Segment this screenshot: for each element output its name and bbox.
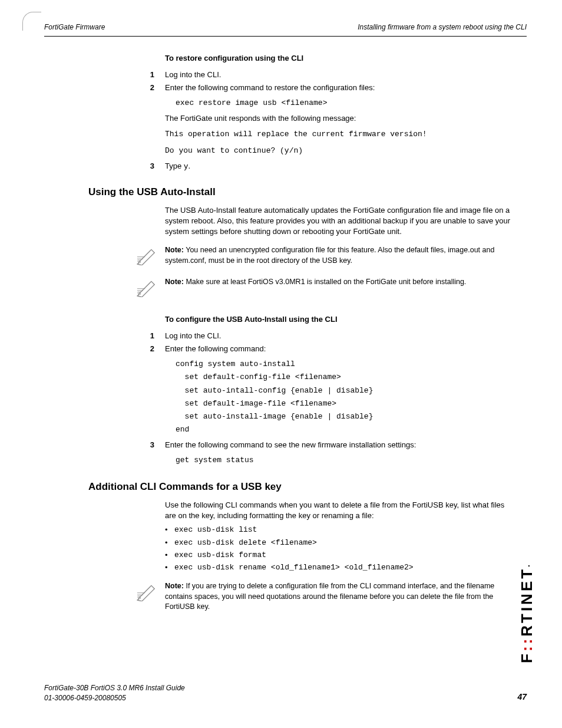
step-row: 3 Enter the following command to see the…	[44, 440, 527, 450]
code-line: Do you want to continue? (y/n)	[165, 144, 527, 157]
step-number: 3	[141, 440, 165, 450]
footer-title: FortiGate-30B FortiOS 3.0 MR6 Install Gu…	[44, 683, 185, 693]
bullet-code: exec usb-disk rename <old_filename1> <ol…	[174, 562, 414, 573]
note-icon	[135, 245, 157, 268]
step-number: 2	[141, 83, 165, 93]
list-item: •exec usb-disk list	[165, 525, 527, 535]
step-text: Log into the CLI.	[165, 331, 527, 341]
fortinet-logo: F::RTINET.	[516, 562, 537, 663]
note-body: You need an unencrypted configuration fi…	[165, 246, 494, 265]
bullet-dot: •	[165, 562, 174, 573]
page-content: FortiGate Firmware Installing firmware f…	[0, 0, 562, 612]
step3-pre: Type	[165, 162, 184, 170]
note-text: Note: Make sure at least FortiOS v3.0MR1…	[165, 277, 515, 288]
page-footer: FortiGate-30B FortiOS 3.0 MR6 Install Gu…	[44, 683, 527, 703]
bullet-list: •exec usb-disk list •exec usb-disk delet…	[165, 525, 527, 573]
step-row: 1 Log into the CLI.	[44, 331, 527, 341]
bullet-code: exec usb-disk delete <filename>	[174, 538, 317, 548]
step-number: 2	[141, 344, 165, 354]
footer-docid: 01-30006-0459-20080505	[44, 693, 185, 703]
step-row: 2 Enter the following command to restore…	[44, 83, 527, 93]
step-text: Enter the following command:	[165, 344, 527, 354]
step-row: 2 Enter the following command:	[44, 344, 527, 354]
step-row: 1 Log into the CLI.	[44, 70, 527, 80]
note-block: Note: If you are trying to delete a conf…	[135, 581, 515, 612]
header-left: FortiGate Firmware	[44, 22, 105, 32]
note-body: If you are trying to delete a configurat…	[165, 582, 494, 611]
main-content: To restore configuration using the CLI 1…	[44, 53, 527, 612]
additional-cli-heading: Additional CLI Commands for a USB key	[88, 480, 527, 494]
code-line: exec restore image usb <filename>	[176, 97, 527, 110]
list-item: •exec usb-disk rename <old_filename1> <o…	[165, 562, 527, 573]
usb-autoinstall-heading: Using the USB Auto-Install	[88, 185, 527, 199]
note-label: Note:	[165, 246, 184, 254]
note-text: Note: You need an unencrypted configurat…	[165, 245, 515, 266]
bullet-code: exec usb-disk format	[174, 550, 266, 561]
note-text: Note: If you are trying to delete a conf…	[165, 581, 515, 612]
note-icon	[135, 581, 157, 604]
step-text: Enter the following command to restore t…	[165, 83, 527, 93]
bullet-dot: •	[165, 550, 174, 561]
footer-left: FortiGate-30B FortiOS 3.0 MR6 Install Gu…	[44, 683, 185, 703]
list-item: •exec usb-disk format	[165, 550, 527, 561]
note-block: Note: You need an unencrypted configurat…	[135, 245, 515, 268]
code-line: This operation will replace the current …	[165, 128, 527, 141]
code-line: get system status	[176, 454, 527, 467]
response-intro: The FortiGate unit responds with the fol…	[165, 113, 515, 124]
step3-post: .	[189, 162, 191, 170]
body-paragraph: Use the following CLI commands when you …	[165, 500, 515, 521]
body-paragraph: The USB Auto-Install feature automatical…	[165, 205, 515, 238]
list-item: •exec usb-disk delete <filename>	[165, 538, 527, 548]
bullet-dot: •	[165, 538, 174, 548]
step-text: Enter the following command to see the n…	[165, 440, 527, 450]
code-block: config system auto-install set default-c…	[176, 358, 527, 436]
note-body: Make sure at least FortiOS v3.0MR1 is in…	[184, 278, 466, 286]
page-number: 47	[517, 691, 527, 703]
bullet-dot: •	[165, 525, 174, 535]
note-label: Note:	[165, 278, 184, 286]
running-header: FortiGate Firmware Installing firmware f…	[44, 22, 527, 37]
configure-subheading: To configure the USB Auto-Install using …	[165, 314, 527, 325]
note-label: Note:	[165, 582, 184, 590]
page-corner-decoration	[22, 12, 41, 31]
note-icon	[135, 277, 157, 300]
step-row: 3 Type y.	[44, 161, 527, 172]
restore-subheading: To restore configuration using the CLI	[165, 53, 527, 64]
inline-code: y	[184, 162, 189, 171]
note-block: Note: Make sure at least FortiOS v3.0MR1…	[135, 277, 515, 300]
step-text: Log into the CLI.	[165, 70, 527, 80]
bullet-code: exec usb-disk list	[174, 525, 257, 535]
header-right: Installing firmware from a system reboot…	[358, 22, 527, 32]
step-number: 1	[141, 70, 165, 80]
step-number: 3	[141, 161, 165, 172]
step-text: Type y.	[165, 161, 527, 172]
step-number: 1	[141, 331, 165, 341]
